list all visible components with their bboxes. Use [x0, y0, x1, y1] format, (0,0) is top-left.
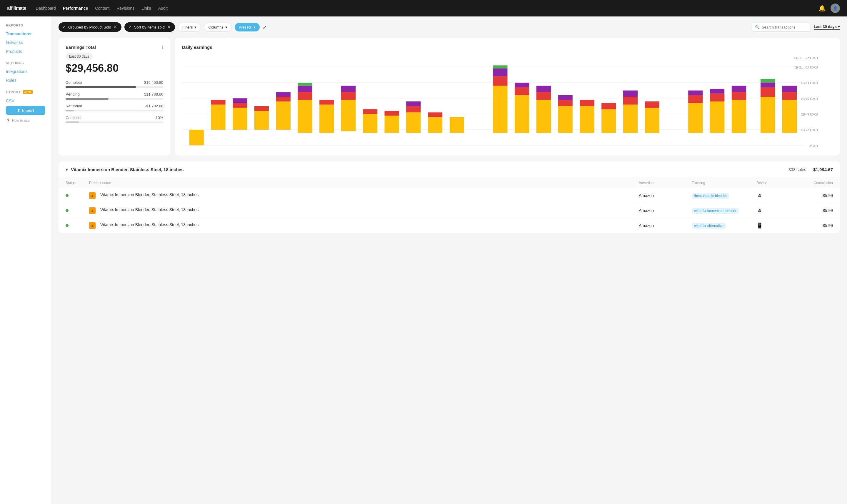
svg-rect-36 [384, 111, 399, 115]
svg-rect-30 [341, 100, 356, 131]
logo[interactable]: affilimate [7, 5, 26, 11]
sidebar-item-networks[interactable]: Networks [6, 39, 45, 47]
svg-rect-49 [515, 83, 529, 87]
sidebar-item-products[interactable]: Products [6, 48, 45, 55]
table-header: Status Product name Advertiser Tracking … [58, 178, 840, 188]
earnings-total: $29,456.80 [66, 62, 163, 74]
table-row: a Vitamix Immersion Blender, Stainless S… [58, 188, 840, 203]
nav-dashboard[interactable]: Dashboard [36, 6, 56, 11]
svg-rect-76 [760, 83, 775, 87]
sidebar-item-csv[interactable]: CSV [6, 97, 45, 105]
upload-icon: ⬆ [17, 108, 20, 113]
svg-text:$800: $800 [801, 81, 818, 85]
svg-rect-71 [732, 100, 746, 133]
filter-bar: ✓ Grouped by Product Sold ✕ ✓ Sort by It… [58, 22, 840, 32]
svg-rect-24 [298, 100, 312, 133]
product-cell: a Vitamix Immersion Blender, Stainless S… [89, 207, 639, 214]
remove-group-chip-icon[interactable]: ✕ [113, 24, 118, 30]
svg-rect-63 [645, 108, 660, 132]
remove-sort-chip-icon[interactable]: ✕ [167, 24, 171, 30]
tracking-badge-2[interactable]: /vitamix-immersion-blender [692, 208, 739, 214]
svg-rect-55 [558, 95, 573, 100]
svg-rect-64 [645, 102, 660, 108]
nav-content[interactable]: Content [95, 6, 109, 11]
product-group: ▾ Vitamix Immersion Blender, Stainless S… [58, 161, 840, 233]
svg-rect-16 [233, 108, 247, 130]
sidebar-item-integrations[interactable]: Integrations [6, 68, 45, 75]
svg-rect-52 [537, 86, 551, 92]
group-by-chip[interactable]: ✓ Grouped by Product Sold ✕ [58, 22, 122, 32]
sidebar-item-rules[interactable]: Rules [6, 76, 45, 84]
columns-button[interactable]: Columns ▾ [204, 23, 232, 32]
svg-rect-78 [782, 100, 797, 133]
avatar[interactable]: 👤 [831, 3, 840, 13]
collapse-toggle-icon[interactable]: ▾ [66, 167, 68, 172]
svg-rect-29 [319, 100, 334, 105]
chart-title: Daily earnings [182, 45, 833, 50]
tracking-badge-3[interactable]: /vitamix-alternative [692, 223, 726, 229]
date-range-button[interactable]: Last 30 days ▾ [814, 24, 840, 30]
status-cell [66, 223, 89, 228]
chart-svg: $0 $200 $400 $600 $800 $1,000 $1,200 [182, 54, 833, 148]
svg-rect-22 [276, 97, 291, 102]
svg-text:$1,000: $1,000 [794, 65, 818, 69]
earnings-period-badge: Last 30 days [66, 53, 93, 60]
svg-rect-53 [558, 106, 573, 133]
sort-by-chip[interactable]: ✓ Sort by Items sold ✕ [124, 22, 175, 32]
svg-rect-39 [406, 102, 420, 106]
help-link[interactable]: ❓ How to use [6, 119, 45, 123]
svg-text:$0: $0 [810, 144, 818, 148]
status-cell [66, 193, 89, 198]
svg-rect-77 [760, 79, 775, 83]
svg-rect-20 [254, 106, 269, 111]
svg-rect-54 [558, 100, 573, 106]
search-input[interactable] [752, 23, 811, 32]
table-row: a Vitamix Immersion Blender, Stainless S… [58, 203, 840, 218]
mobile-icon: 📱 [756, 222, 763, 229]
svg-rect-40 [428, 117, 442, 132]
desktop-icon-2: 🖥 [756, 208, 762, 214]
nav-links[interactable]: Links [142, 6, 151, 11]
earnings-cancelled-row: Cancelled 10% [66, 115, 163, 123]
product-group-name: Vitamix Immersion Blender, Stainless Ste… [71, 167, 789, 172]
sidebar-item-transactions[interactable]: Transactions [6, 30, 45, 38]
new-badge: NEW [23, 90, 33, 94]
status-dot-green-3 [66, 224, 69, 227]
svg-rect-70 [710, 89, 724, 93]
chart-area: $0 $200 $400 $600 $800 $1,000 $1,200 [182, 54, 833, 148]
chevron-down-icon-2: ▾ [225, 25, 227, 30]
nav-performance[interactable]: Performance [63, 6, 88, 11]
chart-card: Daily earnings $0 $200 $400 $600 $800 $1… [175, 38, 840, 156]
presets-button[interactable]: Presets ▾ [235, 23, 260, 32]
chevron-down-icon: ▾ [194, 25, 196, 30]
desktop-icon: 🖥 [756, 193, 762, 198]
info-icon[interactable]: ℹ [162, 45, 163, 50]
nav-audit[interactable]: Audit [158, 6, 168, 11]
svg-rect-28 [319, 105, 334, 133]
chevron-down-icon-3: ▾ [253, 25, 256, 30]
status-dot-green-2 [66, 209, 69, 212]
svg-rect-23 [276, 92, 291, 97]
svg-rect-44 [493, 76, 507, 86]
main-content: ✓ Grouped by Product Sold ✕ ✓ Sort by It… [52, 16, 847, 504]
svg-rect-21 [276, 102, 291, 130]
svg-rect-41 [428, 112, 442, 117]
top-navigation: affilimate Dashboard Performance Content… [0, 0, 847, 16]
status-dot-green [66, 194, 69, 197]
expand-icon[interactable]: ⤢ [263, 24, 267, 30]
svg-rect-33 [363, 114, 377, 133]
notification-bell-icon[interactable]: 🔔 [818, 5, 826, 12]
device-cell: 🖥 [756, 208, 792, 214]
nav-revisions[interactable]: Revisions [116, 6, 134, 11]
svg-text:$400: $400 [801, 112, 818, 116]
product-group-amount: $1,994.67 [813, 167, 833, 172]
svg-rect-14 [211, 105, 225, 130]
svg-rect-35 [384, 115, 399, 133]
filters-button[interactable]: Filters ▾ [178, 23, 201, 32]
device-cell: 📱 [756, 222, 792, 229]
svg-rect-65 [688, 103, 703, 132]
svg-rect-79 [782, 92, 797, 100]
earnings-title: Earnings Total ℹ [66, 45, 163, 50]
import-button[interactable]: ⬆ Import [6, 106, 45, 115]
tracking-badge[interactable]: /best-vitamix-blender [692, 193, 729, 199]
